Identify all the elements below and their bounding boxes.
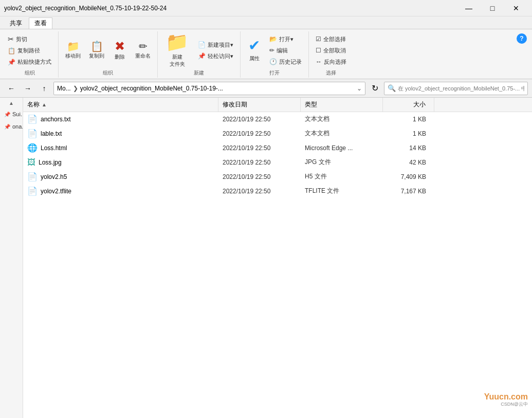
watermark2: CSDN@云中	[501, 401, 528, 408]
up-button[interactable]: ↑	[37, 81, 51, 96]
invert-select-button[interactable]: ↔ 反向选择	[312, 57, 350, 67]
help-button[interactable]: ?	[517, 33, 527, 44]
history-label: 历史记录	[279, 58, 302, 66]
invert-select-icon: ↔	[316, 58, 322, 65]
forward-button[interactable]: →	[21, 81, 35, 96]
deselect-all-button[interactable]: ☐ 全部取消	[312, 45, 350, 56]
col-header-type[interactable]: 类型	[301, 98, 383, 112]
file-name: yolov2.tflite	[41, 188, 71, 195]
scissors-icon: ✂	[8, 35, 14, 43]
new-folder-label: 新建文件夹	[170, 53, 185, 68]
table-row[interactable]: 🖼 Loss.jpg 2022/10/19 22:50 JPG 文件 42 KB	[23, 155, 532, 170]
rename-label: 重命名	[135, 52, 151, 60]
col-type-label: 类型	[305, 100, 317, 109]
search-input[interactable]	[398, 85, 524, 92]
table-row[interactable]: 📄 yolov2.h5 2022/10/19 22:50 H5 文件 7,409…	[23, 170, 532, 184]
breadcrumb[interactable]: Mo... ❯ yolov2_object_recognition_Mobile…	[53, 82, 365, 95]
copy-to-button[interactable]: 📋 复制到	[85, 39, 108, 62]
close-button[interactable]: ✕	[504, 0, 528, 16]
minimize-button[interactable]: —	[457, 0, 481, 16]
table-row[interactable]: 📄 lable.txt 2022/10/19 22:50 文本文档 1 KB	[23, 126, 532, 141]
delete-button[interactable]: ✖ 删除	[109, 38, 131, 63]
tab-share[interactable]: 共享	[4, 17, 28, 29]
file-type: Microsoft Edge ...	[301, 144, 383, 152]
col-header-size[interactable]: 大小	[383, 98, 434, 112]
rename-button[interactable]: ✏ 重命名	[132, 39, 154, 62]
search-bar[interactable]: 🔍	[384, 82, 528, 95]
properties-button[interactable]: ✔ 属性	[244, 32, 265, 68]
breadcrumb-item-2[interactable]: yolov2_object_recognition_MobileNet_0.75…	[80, 85, 223, 92]
paste-icon: 📌	[8, 59, 15, 66]
select-all-icon: ☑	[316, 35, 321, 43]
file-date: 2022/10/19 22:50	[218, 144, 301, 152]
nav-item-label-1: Sui...	[12, 111, 23, 117]
new-folder-button[interactable]: 📁 新建文件夹	[161, 32, 193, 68]
open-label: 打开▾	[279, 35, 293, 43]
html-file-icon: 🌐	[27, 143, 38, 153]
file-area: 名称 ▲ 修改日期 类型 大小 📄 anchors.txt 2022/10/19	[23, 98, 532, 418]
col-header-name[interactable]: 名称 ▲	[23, 98, 218, 112]
paste-shortcut-label: 粘贴快捷方式	[17, 58, 51, 66]
ribbon: 共享 查看 ✂ 剪切 📋 复制路径 📌 粘贴快捷方式	[0, 16, 532, 79]
table-row[interactable]: 📄 anchors.txt 2022/10/19 22:50 文本文档 1 KB	[23, 112, 532, 126]
file-name: lable.txt	[41, 130, 62, 137]
cut-button[interactable]: ✂ 剪切	[4, 33, 55, 45]
table-row[interactable]: 🌐 Loss.html 2022/10/19 22:50 Microsoft E…	[23, 141, 532, 155]
nav-scroll-up[interactable]: ▲	[0, 98, 23, 108]
new-col: 📄 新建项目▾ 📌 轻松访问▾	[194, 40, 237, 62]
col-name-label: 名称	[27, 100, 40, 109]
nav-item-2[interactable]: 📌 ona...	[0, 120, 23, 133]
select-group-label: 选择	[326, 69, 336, 77]
file-date: 2022/10/19 22:50	[218, 173, 301, 180]
breadcrumb-item-1[interactable]: Mo...	[57, 85, 71, 92]
file-type: 文本文档	[301, 129, 383, 138]
nav-item-1[interactable]: 📌 Sui...	[0, 108, 23, 120]
delete-label: 删除	[115, 53, 125, 61]
file-type: 文本文档	[301, 115, 383, 123]
watermark: Yuucn.com	[484, 392, 528, 402]
file-name: anchors.txt	[41, 116, 71, 123]
col-header-date[interactable]: 修改日期	[218, 98, 301, 112]
file-name-cell: 📄 lable.txt	[23, 129, 218, 138]
maximize-button[interactable]: □	[481, 0, 504, 16]
move-to-button[interactable]: 📁 移动到	[62, 39, 84, 62]
easy-access-button[interactable]: 📌 轻松访问▾	[194, 51, 237, 62]
select-all-button[interactable]: ☑ 全部选择	[312, 34, 350, 45]
column-headers: 名称 ▲ 修改日期 类型 大小	[23, 98, 532, 112]
copy-to-icon: 📋	[90, 41, 103, 51]
select-all-label: 全部选择	[323, 35, 346, 43]
history-button[interactable]: 🕐 历史记录	[266, 57, 305, 67]
copy-path-label: 复制路径	[17, 47, 40, 54]
ribbon-group-select: ☑ 全部选择 ☐ 全部取消 ↔ 反向选择 选择	[309, 31, 353, 78]
copy-to-label: 复制到	[89, 52, 104, 60]
edit-button[interactable]: ✏ 编辑	[266, 45, 305, 56]
pin-icon-2: 📌	[4, 124, 10, 130]
file-name-cell: 📄 anchors.txt	[23, 114, 218, 124]
file-name-cell: 🌐 Loss.html	[23, 143, 218, 153]
open-button[interactable]: 📂 打开▾	[266, 34, 305, 45]
table-row[interactable]: 📄 yolov2.tflite 2022/10/19 22:50 TFLITE …	[23, 184, 532, 198]
file-date: 2022/10/19 22:50	[218, 188, 301, 195]
copy-path-button[interactable]: 📋 复制路径	[4, 45, 55, 56]
file-type: JPG 文件	[301, 158, 383, 167]
back-button[interactable]: ←	[4, 81, 19, 96]
organize-buttons: 📁 移动到 📋 复制到 ✖ 删除 ✏ 重命名	[62, 32, 154, 68]
ribbon-group-new: 📁 新建文件夹 📄 新建项目▾ 📌 轻松访问▾ 新建	[158, 31, 241, 78]
refresh-button[interactable]: ↻	[368, 81, 382, 96]
main-area: ▲ 📌 Sui... 📌 ona... ▼ 名称 ▲ 修改日期 类型 大	[0, 98, 532, 418]
open-group-label: 打开	[269, 69, 280, 77]
properties-icon: ✔	[248, 39, 260, 53]
file-size: 42 KB	[383, 159, 434, 166]
clipboard-buttons: ✂ 剪切 📋 复制路径 📌 粘贴快捷方式	[4, 32, 55, 68]
tab-view[interactable]: 查看	[29, 17, 52, 29]
breadcrumb-dropdown-arrow[interactable]: ⌄	[357, 85, 362, 92]
move-to-label: 移动到	[65, 52, 81, 60]
file-date: 2022/10/19 22:50	[218, 130, 301, 137]
new-item-label: 新建项目▾	[208, 41, 233, 49]
rename-icon: ✏	[139, 41, 148, 51]
new-item-icon: 📄	[198, 41, 206, 48]
clipboard-group-label: 组织	[25, 69, 35, 77]
paste-shortcut-button[interactable]: 📌 粘贴快捷方式	[4, 57, 55, 67]
new-item-button[interactable]: 📄 新建项目▾	[194, 40, 237, 50]
select-buttons: ☑ 全部选择 ☐ 全部取消 ↔ 反向选择	[312, 32, 350, 68]
